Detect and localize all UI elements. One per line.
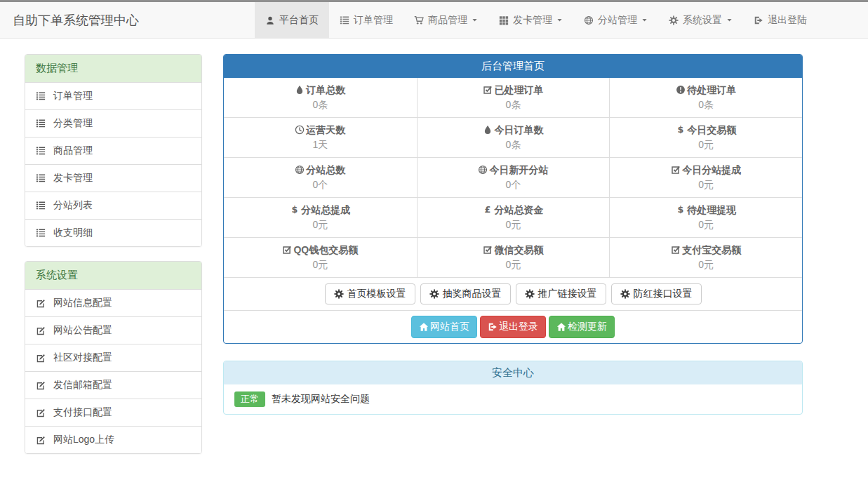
nav-item-platform-home[interactable]: 平台首页 bbox=[255, 2, 329, 38]
main-content: 后台管理首页 订单总数0条已处理订单0条待处理订单0条运营天数1天今日订单数0条… bbox=[223, 54, 803, 415]
button-label: 网站首页 bbox=[430, 321, 469, 333]
sidebar-item-label: 发信邮箱配置 bbox=[53, 379, 112, 391]
list-icon bbox=[36, 173, 46, 183]
button-label: 检测更新 bbox=[568, 321, 607, 333]
sidebar-section-data-management: 数据管理订单管理分类管理商品管理发卡管理分站列表收支明细 bbox=[25, 54, 202, 247]
svg-text:£: £ bbox=[485, 205, 491, 215]
sidebar-item-substation-list[interactable]: 分站列表 bbox=[25, 192, 201, 219]
sidebar-item-card-management[interactable]: 发卡管理 bbox=[25, 164, 201, 192]
stat-label: $待处理提现 bbox=[613, 202, 799, 217]
sidebar-item-label: 商品管理 bbox=[53, 145, 93, 157]
stat-label-text: 分站总数 bbox=[306, 162, 345, 178]
footer-buttons-row: 网站首页退出登录检测更新 bbox=[224, 310, 802, 343]
nav-item-label: 系统设置 bbox=[683, 14, 722, 27]
nav-item-label: 发卡管理 bbox=[513, 14, 552, 27]
homepage-template-settings-button[interactable]: 首页模板设置 bbox=[325, 283, 415, 304]
home-icon bbox=[556, 322, 566, 332]
nav-item-system-settings[interactable]: 系统设置 bbox=[658, 2, 743, 38]
check-update-button[interactable]: 检测更新 bbox=[549, 316, 615, 338]
stat-value: 0个 bbox=[227, 178, 414, 192]
stat-pending-withdrawal: $待处理提现0元 bbox=[609, 197, 802, 237]
cart-icon bbox=[414, 15, 424, 25]
svg-text:$: $ bbox=[292, 205, 298, 215]
security-panel: 安全中心 正常 暂未发现网站安全问题 bbox=[223, 361, 803, 415]
stats-grid: 订单总数0条已处理订单0条待处理订单0条运营天数1天今日订单数0条$今日交易额0… bbox=[224, 78, 802, 277]
stat-value: 0条 bbox=[420, 98, 607, 112]
nav-item-label: 订单管理 bbox=[354, 14, 393, 27]
signout-icon bbox=[488, 322, 498, 332]
stat-label: 微信交易额 bbox=[420, 242, 607, 257]
status-badge: 正常 bbox=[234, 391, 265, 407]
gear-icon bbox=[669, 15, 679, 25]
home-icon bbox=[419, 322, 429, 332]
security-panel-body: 正常 暂未发现网站安全问题 bbox=[224, 384, 802, 414]
sidebar-item-order-management[interactable]: 订单管理 bbox=[25, 82, 201, 109]
edit-icon bbox=[36, 326, 46, 335]
nav-item-product-management[interactable]: 商品管理 bbox=[403, 2, 488, 38]
security-message: 暂未发现网站安全问题 bbox=[272, 393, 370, 406]
sidebar-item-label: 订单管理 bbox=[53, 90, 93, 102]
nav-item-logout[interactable]: 退出登陆 bbox=[743, 2, 817, 38]
sidebar-item-sender-email-config[interactable]: 发信邮箱配置 bbox=[25, 371, 201, 399]
sidebar-item-income-expense-details[interactable]: 收支明细 bbox=[25, 219, 201, 246]
app-title: 自助下单系统管理中心 bbox=[0, 2, 139, 38]
stat-value: 0条 bbox=[420, 138, 607, 152]
stat-alipay-transaction: 支付宝交易额0元 bbox=[609, 237, 802, 277]
sidebar-item-site-logo-upload[interactable]: 网站Logo上传 bbox=[25, 426, 201, 453]
caret-down-icon bbox=[726, 17, 733, 23]
stat-label-text: 待处理订单 bbox=[687, 82, 736, 98]
stat-value: 0条 bbox=[227, 98, 414, 112]
caret-down-icon bbox=[556, 17, 563, 23]
gear-icon bbox=[525, 289, 535, 299]
stat-label: 今日新开分站 bbox=[420, 162, 607, 178]
button-label: 首页模板设置 bbox=[347, 288, 406, 300]
stat-label-text: 已处理订单 bbox=[494, 82, 543, 98]
stat-value: 0元 bbox=[613, 138, 799, 152]
list-icon bbox=[36, 228, 46, 238]
sidebar-item-label: 发卡管理 bbox=[53, 172, 93, 185]
nav-item-label: 退出登陆 bbox=[768, 14, 807, 27]
list-icon bbox=[36, 146, 46, 156]
exclamation-circle-icon bbox=[676, 85, 686, 95]
stat-pending-orders: 待处理订单0条 bbox=[609, 78, 802, 117]
stat-label-text: QQ钱包交易额 bbox=[293, 242, 358, 257]
edit-icon bbox=[36, 380, 46, 390]
list-icon bbox=[36, 91, 46, 101]
stat-label: 今日分站提成 bbox=[613, 162, 799, 178]
sidebar-item-label: 支付接口配置 bbox=[53, 406, 112, 419]
edit-icon bbox=[36, 353, 46, 363]
globe-icon bbox=[584, 15, 594, 25]
nav-item-card-management[interactable]: 发卡管理 bbox=[488, 2, 573, 38]
sidebar-item-label: 分类管理 bbox=[53, 117, 93, 130]
stat-label-text: 今日交易额 bbox=[687, 122, 736, 138]
sidebar-item-payment-api-config[interactable]: 支付接口配置 bbox=[25, 399, 201, 426]
site-home-button[interactable]: 网站首页 bbox=[411, 316, 477, 338]
logout-button[interactable]: 退出登录 bbox=[480, 316, 546, 338]
gear-icon bbox=[334, 289, 344, 299]
sidebar-item-site-info-config[interactable]: 网站信息配置 bbox=[25, 289, 201, 316]
edit-icon bbox=[36, 408, 46, 417]
check-square-icon bbox=[671, 245, 681, 255]
sidebar-item-site-announcement-config[interactable]: 网站公告配置 bbox=[25, 316, 201, 344]
stat-label-text: 运营天数 bbox=[306, 122, 345, 138]
nav-item-substation-management[interactable]: 分站管理 bbox=[573, 2, 658, 38]
stat-label: 订单总数 bbox=[227, 82, 414, 98]
anti-red-api-settings-button[interactable]: 防红接口设置 bbox=[611, 283, 702, 304]
stat-total-orders: 订单总数0条 bbox=[224, 78, 417, 117]
stat-label: 分站总数 bbox=[227, 162, 414, 178]
stat-value: 0元 bbox=[420, 217, 607, 232]
caret-down-icon bbox=[641, 17, 648, 23]
sidebar-item-category-management[interactable]: 分类管理 bbox=[25, 109, 201, 137]
sidebar-item-product-management[interactable]: 商品管理 bbox=[25, 137, 201, 164]
stat-value: 0元 bbox=[613, 178, 799, 192]
stat-label-text: 待处理提现 bbox=[687, 202, 736, 217]
sidebar-item-label: 收支明细 bbox=[53, 227, 93, 239]
sidebar-item-community-connect-config[interactable]: 社区对接配置 bbox=[25, 344, 201, 371]
edit-icon bbox=[36, 435, 46, 445]
security-panel-title: 安全中心 bbox=[224, 361, 802, 384]
dashboard-panel: 后台管理首页 订单总数0条已处理订单0条待处理订单0条运营天数1天今日订单数0条… bbox=[223, 54, 803, 344]
nav-item-order-management[interactable]: 订单管理 bbox=[329, 2, 403, 38]
promotion-link-settings-button[interactable]: 推广链接设置 bbox=[516, 283, 606, 304]
lottery-product-settings-button[interactable]: 抽奖商品设置 bbox=[420, 283, 511, 304]
list-icon bbox=[36, 201, 46, 210]
